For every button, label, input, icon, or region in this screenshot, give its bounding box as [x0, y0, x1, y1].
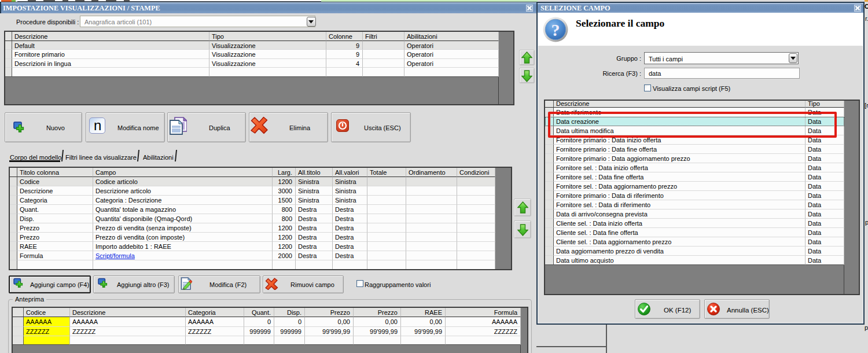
- svg-text:?: ?: [551, 20, 560, 39]
